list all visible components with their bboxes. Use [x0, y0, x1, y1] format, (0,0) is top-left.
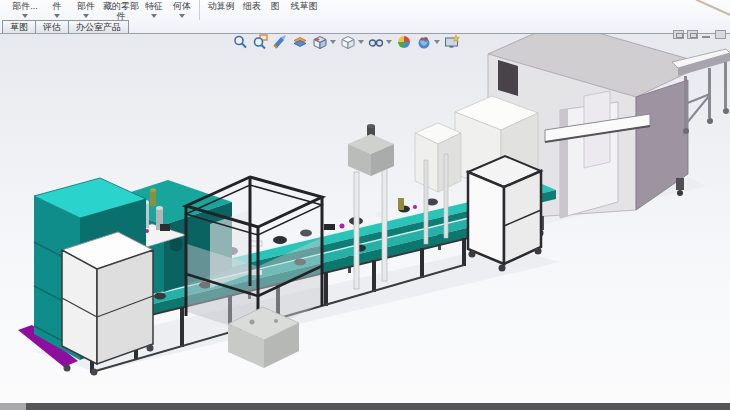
ribbon-separator [199, 0, 200, 20]
ribbon-button-reference-geometry[interactable]: 何体 [168, 0, 196, 18]
chevron-down-icon[interactable] [434, 40, 440, 44]
zoom-to-area-icon[interactable] [252, 34, 269, 51]
tab-sketch[interactable]: 草图 [2, 20, 36, 33]
zoom-to-fit-icon[interactable] [232, 34, 249, 51]
minimize-window-icon[interactable] [701, 30, 712, 39]
chevron-down-icon [83, 14, 89, 18]
maximize-window-icon[interactable] [687, 30, 698, 39]
ribbon-button-show-hidden-components[interactable]: 藏的零部件 [102, 0, 140, 21]
document-window-controls [670, 30, 726, 39]
display-style-icon[interactable] [340, 34, 357, 51]
hide-show-items-icon[interactable] [368, 34, 385, 51]
graphics-area[interactable] [0, 33, 730, 403]
command-manager-tabs: 草图 评估 办公室产品 [2, 20, 129, 33]
solidworks-window: 部件... 件 部件 藏的零部件 特征 何体 动算例 细表 [0, 0, 730, 410]
chevron-down-icon [54, 14, 60, 18]
close-window-icon[interactable] [715, 30, 726, 39]
ribbon-button-explode-line-sketch[interactable]: 线草图 [285, 0, 323, 11]
ribbon-button-move-component[interactable]: 部件 [70, 0, 102, 18]
ribbon-button-insert-components[interactable]: 部件... [6, 0, 44, 18]
previous-view-icon[interactable] [272, 34, 289, 51]
status-bar [0, 403, 730, 410]
restore-window-icon[interactable] [673, 30, 684, 39]
tab-evaluate[interactable]: 评估 [36, 20, 69, 33]
heads-up-view-toolbar [230, 31, 462, 53]
chevron-down-icon [151, 14, 157, 18]
ribbon-button-assembly-features[interactable]: 特征 [140, 0, 168, 18]
chevron-down-icon[interactable] [386, 40, 392, 44]
ribbon-button-exploded-view[interactable]: 图 [265, 0, 285, 11]
chevron-down-icon [22, 14, 28, 18]
tab-office-products[interactable]: 办公室产品 [69, 20, 129, 33]
ribbon-buttons: 部件... 件 部件 藏的零部件 特征 何体 动算例 细表 [6, 0, 323, 22]
apply-scene-icon[interactable] [416, 34, 433, 51]
ribbon-button-fasteners[interactable]: 件 [44, 0, 70, 18]
section-view-icon[interactable] [292, 34, 309, 51]
chevron-down-icon [179, 14, 185, 18]
assembly-model-canvas[interactable] [0, 34, 730, 404]
chevron-down-icon[interactable] [358, 40, 364, 44]
ribbon-button-motion-study[interactable]: 动算例 [203, 0, 239, 11]
edit-appearance-icon[interactable] [396, 34, 413, 51]
view-orientation-icon[interactable] [312, 34, 329, 51]
chevron-down-icon[interactable] [330, 40, 336, 44]
command-manager-ribbon: 部件... 件 部件 藏的零部件 特征 何体 动算例 细表 [0, 0, 730, 33]
view-settings-icon[interactable] [444, 34, 461, 51]
ribbon-button-bill-of-materials[interactable]: 细表 [239, 0, 265, 11]
